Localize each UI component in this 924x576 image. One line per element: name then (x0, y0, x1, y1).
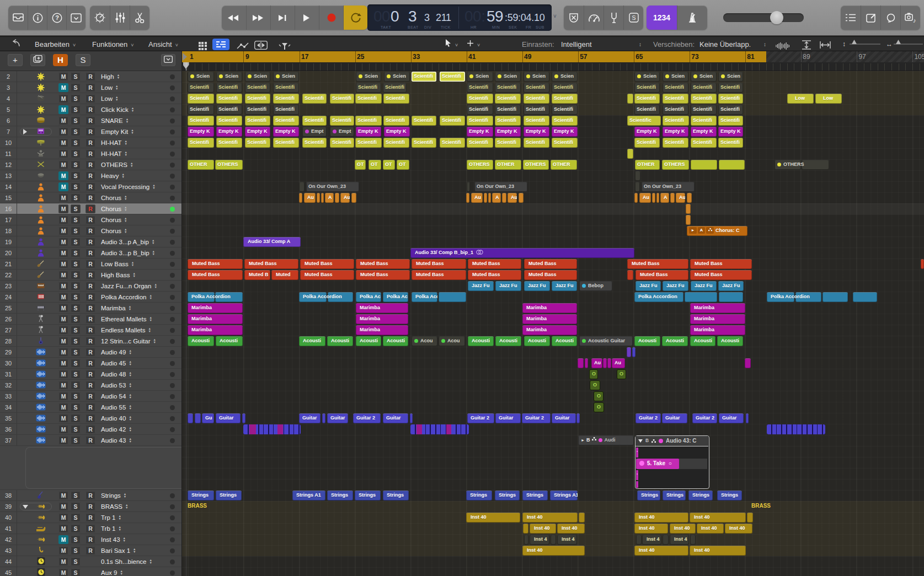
svg-text:S: S (632, 14, 635, 21)
svg-text:♪: ♪ (913, 17, 916, 23)
svg-text:?: ? (55, 14, 59, 21)
